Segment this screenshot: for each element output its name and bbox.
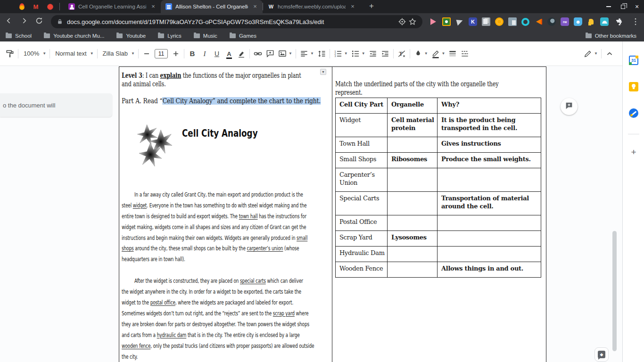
tab-close-icon[interactable]: ×: [251, 3, 259, 10]
organelle-match-table[interactable]: Cell City PartOrganelleWhy?WidgetCell ma…: [335, 98, 541, 278]
table-cell-why[interactable]: It is the product being transported in t…: [438, 114, 541, 137]
purple-rw-extension-icon[interactable]: rw: [561, 17, 569, 26]
insert-link-button[interactable]: [252, 48, 264, 60]
bookmark-folder-games[interactable]: Games: [230, 33, 256, 39]
cell-city-analogy-image[interactable]: Cell City Analogy: [122, 119, 332, 172]
tab-2-active[interactable]: Allison Shelton - Cell Organelle L ×: [161, 0, 263, 13]
google-tasks-icon[interactable]: [629, 108, 638, 118]
table-cell-why[interactable]: Transportation of material around the ce…: [438, 192, 541, 215]
doc-left-column[interactable]: Level 3: I can explain the functions of …: [119, 67, 332, 362]
tab-close-icon[interactable]: ×: [149, 3, 157, 10]
minimize-button[interactable]: [602, 0, 616, 13]
table-cell-organelle[interactable]: [388, 262, 438, 278]
tab-1[interactable]: Cell Organelle Learning Assignm ×: [64, 0, 161, 13]
table-cell-why[interactable]: [438, 215, 541, 231]
table-cell-organelle[interactable]: Lysosomes: [388, 231, 438, 247]
paragraph-styles-select[interactable]: Normal text▼: [52, 48, 95, 60]
table-cell-part[interactable]: Small Shops: [336, 153, 388, 168]
browser-menu-icon[interactable]: [630, 16, 641, 27]
doc-flip-extension-icon[interactable]: [508, 17, 517, 26]
decrease-indent-button[interactable]: [367, 48, 379, 60]
paint-format-button[interactable]: [4, 48, 16, 60]
level3-paragraph[interactable]: Level 3: I can explain the functions of …: [122, 71, 332, 88]
document-page[interactable]: Level 3: I can explain the functions of …: [119, 66, 546, 362]
table-cell-organelle[interactable]: [388, 137, 438, 153]
bookmark-star-icon[interactable]: [407, 16, 418, 27]
forward-button[interactable]: [18, 16, 30, 28]
cell-options-dropdown[interactable]: ▼: [320, 69, 326, 75]
table-cell-why[interactable]: Gives instructions: [438, 137, 541, 153]
google-calendar-icon[interactable]: 31: [629, 56, 638, 65]
copy-stack-extension-icon[interactable]: [482, 17, 490, 26]
table-cell-part[interactable]: Scrap Yard: [336, 231, 388, 247]
line-spacing-button[interactable]: [315, 48, 328, 60]
border-dash-button[interactable]: [459, 48, 471, 60]
font-size-input[interactable]: 11: [155, 49, 168, 58]
bookmark-folder-school[interactable]: School: [6, 33, 32, 39]
table-header-cell[interactable]: Organelle: [388, 98, 438, 114]
gmail-favicon[interactable]: M: [32, 3, 40, 10]
address-bar[interactable]: docs.google.com/document/d/19TMI79kaOAYz…: [51, 15, 422, 28]
dark-moon-extension-icon[interactable]: [547, 17, 556, 26]
highlight-color-button[interactable]: [235, 48, 248, 60]
person-badge-extension-icon[interactable]: ☻: [574, 17, 582, 26]
border-weight-button[interactable]: [446, 48, 459, 60]
orange-coin-extension-icon[interactable]: [495, 17, 504, 26]
table-cell-part[interactable]: Widget: [336, 114, 388, 137]
table-header-cell[interactable]: Why?: [438, 98, 541, 114]
decrease-font-size-button[interactable]: [140, 48, 153, 60]
story-paragraph-2[interactable]: After the widget is constructed, they ar…: [122, 276, 327, 362]
italic-button[interactable]: I: [198, 48, 211, 60]
flame-favicon[interactable]: [18, 3, 25, 10]
send-to-device-icon[interactable]: [397, 16, 407, 27]
table-cell-organelle[interactable]: Cell material protein: [388, 114, 438, 137]
megaphone-extension-icon[interactable]: [534, 17, 543, 26]
clear-formatting-button[interactable]: T: [396, 48, 408, 60]
match-instruction[interactable]: Match the underlined parts of the city w…: [335, 80, 546, 97]
table-cell-part[interactable]: Hydraulic Dam: [336, 247, 388, 262]
classroom-extension-icon[interactable]: [442, 17, 451, 26]
bookmark-folder-youtube[interactable]: Youtube: [116, 33, 146, 39]
table-cell-organelle[interactable]: [388, 168, 438, 192]
tab-close-icon[interactable]: ×: [349, 3, 356, 10]
bold-button[interactable]: B: [186, 48, 198, 60]
table-header-cell[interactable]: Cell City Part: [336, 98, 388, 114]
numbered-list-button[interactable]: 123▼: [332, 48, 349, 60]
pink-arrow-extension-icon[interactable]: [429, 17, 438, 26]
vertical-scrollbar-thumb[interactable]: [612, 231, 617, 351]
reload-button[interactable]: [33, 16, 45, 28]
bookmark-folder-youtube-church-mu-[interactable]: Youtube church Mu...: [44, 33, 104, 39]
explore-button[interactable]: ◆: [594, 347, 609, 362]
border-color-button[interactable]: ▼: [429, 48, 447, 60]
table-cell-why[interactable]: Allows things in and out.: [438, 262, 541, 278]
add-comment-fab[interactable]: [561, 98, 578, 115]
tab-3[interactable]: W hcmsfeffer.weebly.com/uploads ×: [263, 0, 360, 13]
table-cell-why[interactable]: [438, 231, 541, 247]
new-tab-button[interactable]: +: [366, 1, 377, 12]
add-addon-icon[interactable]: +: [628, 147, 639, 157]
doc-right-column[interactable]: Match the underlined parts of the city w…: [332, 67, 546, 362]
hide-menus-button[interactable]: [603, 48, 616, 60]
table-cell-organelle[interactable]: [388, 192, 438, 215]
font-family-select[interactable]: Zilla Slab▼: [99, 48, 136, 60]
close-button[interactable]: ×: [630, 0, 644, 13]
cloud-teal-extension-icon[interactable]: [600, 17, 609, 26]
increase-font-size-button[interactable]: [170, 48, 182, 60]
other-bookmarks[interactable]: Other bookmarks: [586, 33, 636, 39]
hand-yellow-extension-icon[interactable]: [587, 17, 595, 26]
paper-plane-extension-icon[interactable]: [455, 17, 464, 26]
text-color-button[interactable]: A: [223, 48, 235, 60]
table-cell-part[interactable]: Carpenter’s Union: [336, 168, 388, 192]
table-cell-part[interactable]: Postal Office: [336, 215, 388, 231]
table-cell-part[interactable]: Wooden Fence: [336, 262, 388, 278]
table-cell-part[interactable]: Special Carts: [336, 192, 388, 215]
editing-mode-select[interactable]: ▼: [582, 48, 599, 60]
insert-image-button[interactable]: ▼: [276, 48, 294, 60]
table-cell-organelle[interactable]: [388, 247, 438, 262]
bookmark-folder-lyrics[interactable]: Lyrics: [158, 33, 182, 39]
table-cell-organelle[interactable]: [388, 215, 438, 231]
align-button[interactable]: ▼: [298, 48, 315, 60]
kami-k-extension-icon[interactable]: K: [469, 17, 477, 26]
zoom-select[interactable]: 100%▼: [20, 48, 48, 60]
google-keep-icon[interactable]: [629, 82, 638, 91]
